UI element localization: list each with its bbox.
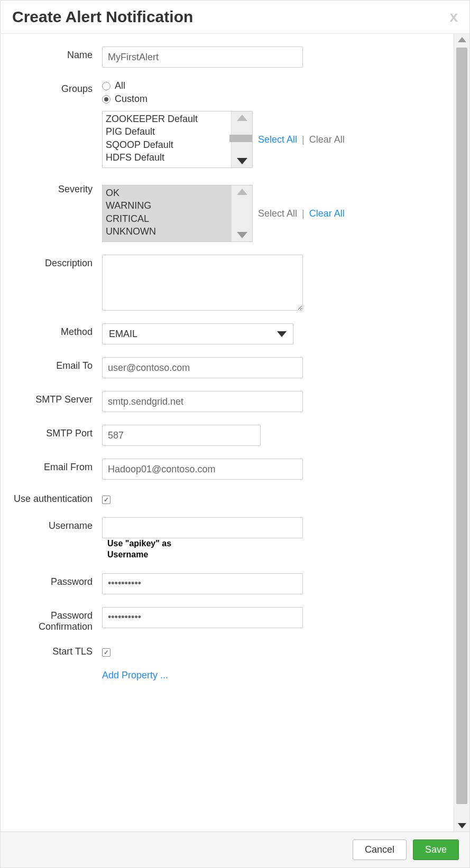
username-hint: Use "apikey" as Username (107, 538, 192, 561)
dialog-scrollbar[interactable] (454, 34, 469, 832)
scroll-up-icon[interactable] (237, 115, 247, 121)
radio-label-custom: Custom (115, 94, 148, 105)
description-textarea[interactable] (102, 255, 303, 311)
groups-label: Groups (13, 80, 102, 95)
save-button[interactable]: Save (413, 839, 459, 860)
groups-listbox-items: ZOOKEEPER Default PIG Default SQOOP Defa… (103, 111, 231, 167)
groups-listbox[interactable]: ZOOKEEPER Default PIG Default SQOOP Defa… (102, 111, 253, 168)
name-input[interactable] (102, 46, 303, 68)
separator: | (302, 208, 305, 219)
create-alert-dialog: Create Alert Notification x Name Groups … (0, 0, 470, 868)
radio-icon (102, 95, 110, 104)
list-item[interactable]: SQOOP Default (106, 138, 228, 151)
list-item[interactable]: UNKNOWN (106, 225, 228, 238)
groups-radio-custom[interactable]: Custom (102, 94, 448, 105)
groups-select-all-link[interactable]: Select All (258, 134, 297, 145)
start-tls-label: Start TLS (13, 645, 102, 657)
groups-clear-all-link[interactable]: Clear All (309, 134, 345, 145)
method-value: EMAIL (109, 329, 137, 340)
password-confirm-input[interactable] (102, 607, 303, 628)
scroll-down-icon[interactable] (237, 158, 247, 164)
severity-link-actions: Select All | Clear All (258, 208, 345, 219)
use-auth-label: Use authentication (13, 492, 102, 505)
list-item[interactable]: OK (106, 186, 228, 199)
groups-link-actions: Select All | Clear All (258, 134, 345, 145)
email-to-input[interactable] (102, 357, 303, 378)
password-label: Password (13, 573, 102, 587)
scroll-up-icon[interactable] (458, 37, 466, 42)
smtp-server-label: SMTP Server (13, 391, 102, 405)
radio-icon (102, 82, 110, 90)
email-from-input[interactable] (102, 459, 303, 480)
password-input[interactable] (102, 573, 303, 594)
scroll-up-icon[interactable] (237, 189, 247, 195)
dialog-title: Create Alert Notification (12, 8, 193, 26)
smtp-port-label: SMTP Port (13, 425, 102, 439)
scroll-thumb[interactable] (456, 48, 467, 804)
separator: | (302, 134, 305, 145)
email-to-label: Email To (13, 357, 102, 371)
list-item[interactable]: HDFS Default (106, 151, 228, 164)
list-item[interactable]: CRITICAL (106, 212, 228, 225)
chevron-down-icon (277, 331, 287, 337)
email-from-label: Email From (13, 459, 102, 473)
scroll-down-icon[interactable] (458, 823, 466, 828)
username-label: Username (13, 517, 102, 531)
description-label: Description (13, 255, 102, 269)
list-item[interactable]: WARNING (106, 199, 228, 212)
name-label: Name (13, 46, 102, 61)
smtp-server-input[interactable] (102, 391, 303, 412)
username-input[interactable] (102, 517, 303, 538)
form-scroll-area: Name Groups All Custom (1, 34, 454, 832)
groups-radio-all[interactable]: All (102, 80, 448, 91)
list-item[interactable]: PIG Default (106, 125, 228, 138)
close-icon[interactable]: x (449, 10, 458, 24)
severity-clear-all-link[interactable]: Clear All (309, 208, 345, 219)
password-confirm-label: Password Confirmation (13, 607, 102, 632)
use-auth-checkbox[interactable] (102, 496, 110, 504)
method-select[interactable]: EMAIL (102, 323, 293, 344)
severity-listbox[interactable]: OK WARNING CRITICAL UNKNOWN (102, 185, 253, 242)
scroll-thumb[interactable] (229, 135, 253, 142)
severity-label: Severity (13, 181, 102, 195)
severity-select-all-link[interactable]: Select All (258, 208, 297, 219)
list-item[interactable]: ZOOKEEPER Default (106, 113, 228, 125)
scroll-down-icon[interactable] (237, 232, 247, 238)
method-label: Method (13, 323, 102, 338)
severity-listbox-items: OK WARNING CRITICAL UNKNOWN (103, 185, 231, 241)
dialog-header: Create Alert Notification x (1, 1, 469, 34)
dialog-footer: Cancel Save (1, 832, 469, 867)
severity-scrollbar[interactable] (231, 185, 252, 241)
radio-label-all: All (115, 80, 125, 91)
groups-scrollbar[interactable] (231, 111, 252, 167)
start-tls-checkbox[interactable] (102, 648, 110, 657)
add-property-link[interactable]: Add Property ... (102, 670, 448, 681)
dialog-body: Name Groups All Custom (1, 34, 469, 832)
smtp-port-input[interactable] (102, 425, 261, 446)
cancel-button[interactable]: Cancel (353, 839, 407, 860)
